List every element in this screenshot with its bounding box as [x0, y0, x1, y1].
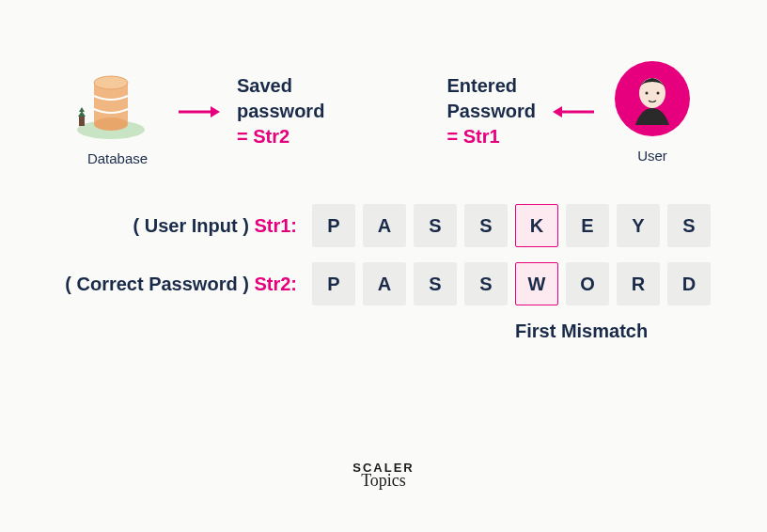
char-cell: A — [363, 204, 406, 247]
database-label: Database — [75, 150, 160, 166]
arrow-left-icon — [553, 99, 596, 125]
correct-prefix: ( Correct Password ) — [65, 274, 254, 294]
char-cell: S — [414, 204, 457, 247]
svg-point-12 — [646, 92, 649, 95]
char-cell: K — [515, 204, 558, 247]
row-str2: ( Correct Password ) Str2: PASSWORD — [56, 262, 711, 305]
scaler-topics-logo: SCALER Topics — [352, 461, 414, 491]
cells-str2: PASSWORD — [312, 262, 711, 305]
user-icon-wrap: User — [613, 59, 692, 164]
char-cell: Y — [617, 204, 660, 247]
svg-point-13 — [657, 92, 660, 95]
svg-marker-9 — [553, 106, 562, 117]
char-cell: A — [363, 262, 406, 305]
database-icon — [75, 56, 160, 141]
entered-password-text: Entered Password = Str1 — [447, 73, 536, 149]
char-cell: P — [312, 204, 355, 247]
char-cell: O — [566, 262, 609, 305]
first-mismatch-label: First Mismatch — [515, 321, 711, 342]
char-cell: R — [617, 262, 660, 305]
svg-rect-5 — [79, 117, 85, 126]
str1-var: Str1: — [254, 215, 297, 236]
char-cell: S — [464, 262, 508, 305]
top-row: Database Saved password = Str2 Entered P… — [0, 0, 767, 185]
entered-eq: = Str1 — [447, 124, 536, 149]
logo-line2: Topics — [352, 471, 414, 491]
char-cell: S — [414, 262, 457, 305]
user-input-prefix: ( User Input ) — [133, 215, 255, 236]
svg-point-11 — [639, 78, 665, 108]
user-group: Entered Password = Str1 User — [447, 59, 692, 164]
str2-var: Str2: — [254, 274, 297, 294]
database-icon-wrap: Database — [75, 56, 160, 166]
char-cell: W — [515, 262, 558, 305]
char-cell: E — [566, 204, 609, 247]
user-avatar-icon — [613, 59, 692, 138]
arrow-right-icon — [177, 99, 220, 125]
char-cell: P — [312, 262, 355, 305]
row-str1-label: ( User Input ) Str1: — [133, 215, 297, 237]
row-str1: ( User Input ) Str1: PASSKEYS — [56, 204, 711, 247]
saved-line2: password — [237, 99, 324, 124]
comparison-rows: ( User Input ) Str1: PASSKEYS ( Correct … — [0, 185, 767, 352]
row-str2-label: ( Correct Password ) Str2: — [65, 274, 297, 295]
entered-line1: Entered — [447, 73, 536, 99]
entered-line2: Password — [447, 99, 536, 124]
char-cell: S — [464, 204, 508, 247]
user-label: User — [613, 148, 692, 164]
database-group: Database Saved password = Str2 — [75, 56, 324, 166]
saved-password-text: Saved password = Str2 — [237, 73, 324, 149]
saved-eq: = Str2 — [237, 124, 324, 149]
saved-line1: Saved — [237, 73, 324, 99]
cells-str1: PASSKEYS — [312, 204, 711, 247]
svg-marker-7 — [211, 106, 220, 117]
svg-point-4 — [94, 117, 128, 131]
char-cell: S — [667, 204, 711, 247]
char-cell: D — [667, 262, 711, 305]
